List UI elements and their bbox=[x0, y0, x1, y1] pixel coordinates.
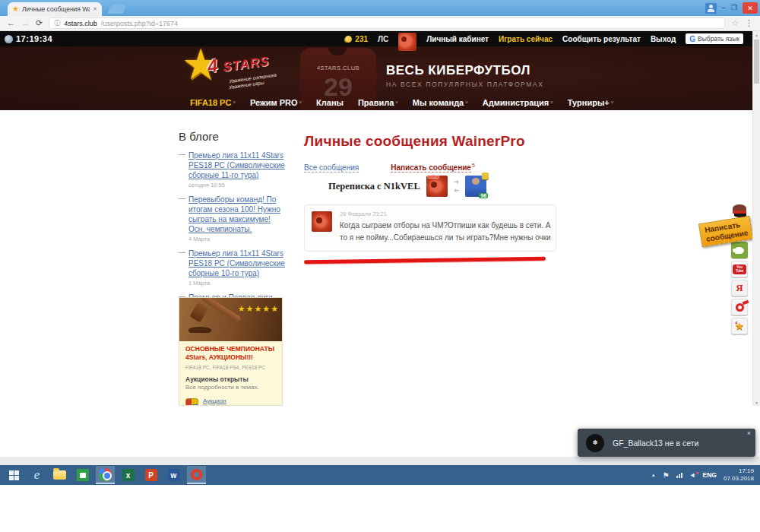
blog-post-link[interactable]: Премьер лига 11х11 4Stars PES18 PC (Симв… bbox=[188, 249, 287, 278]
blog-post-item: — Премьер лига 11х11 4Stars PES18 PC (Си… bbox=[179, 150, 287, 188]
browser-titlebar: ★ Личные сообщения Wa ✕ – ❐ ✕ bbox=[0, 0, 760, 16]
nav-item-klany[interactable]: Кланы bbox=[316, 98, 344, 107]
all-messages-link[interactable]: Все сообщения bbox=[304, 163, 359, 173]
unread-count-badge: 5 bbox=[472, 163, 475, 168]
taskbar-clock[interactable]: 17:19 07.03.2018 bbox=[724, 467, 754, 483]
store-icon[interactable] bbox=[73, 466, 92, 484]
ad-title-line1: ОСНОВНЫЕ ЧЕМПИОНАТЫ bbox=[185, 345, 276, 353]
url-path: /userposts.php?id=17674 bbox=[101, 20, 178, 27]
window-minimize-button[interactable]: – bbox=[722, 5, 726, 11]
powerpoint-icon[interactable]: P bbox=[141, 466, 160, 484]
logout-link[interactable]: Выход bbox=[651, 35, 676, 43]
write-message-link[interactable]: Написать сообщение bbox=[391, 163, 471, 173]
blog-title: В блоге bbox=[179, 130, 287, 143]
excel-icon[interactable]: x bbox=[119, 466, 138, 484]
offline-toast[interactable]: ✽ GF_Ballack13 не в сети × bbox=[578, 429, 755, 457]
bookmark-star-icon[interactable]: ☆ bbox=[731, 19, 739, 27]
arrow-left-icon: ➜ bbox=[454, 187, 460, 194]
site-logo[interactable]: ★ 4 STARS Уважение соперника Уважение иг… bbox=[185, 49, 306, 98]
scroll-up-icon[interactable]: ▲ bbox=[753, 31, 760, 37]
chevron-down-icon: ˅ bbox=[465, 100, 468, 105]
url-bar[interactable]: ⓘ 4stars.club /userposts.php?id=17674 bbox=[49, 17, 725, 29]
twitter-icon[interactable] bbox=[731, 242, 748, 258]
conversation-arrows: ➜ ➜ bbox=[454, 179, 460, 194]
player-head bbox=[328, 46, 347, 55]
arrow-right-icon: ➜ bbox=[454, 179, 460, 185]
yandex-icon[interactable]: Я bbox=[731, 280, 748, 296]
whistle-shape bbox=[736, 303, 744, 312]
back-icon[interactable]: ← bbox=[7, 19, 15, 27]
private-messages-link[interactable]: ЛС bbox=[378, 35, 388, 43]
message-author-avatar[interactable] bbox=[312, 211, 332, 232]
auction-link[interactable]: Аукцион bbox=[203, 397, 264, 406]
message-links-row: Все сообщения Написать сообщение5 bbox=[304, 160, 558, 173]
messages-main: Личные сообщения WainerPro Все сообщения… bbox=[304, 133, 558, 262]
auction-ad-block[interactable]: ★★★★★ ОСНОВНЫЕ ЧЕМПИОНАТЫ 4Stars, АУКЦИО… bbox=[179, 297, 283, 406]
internet-explorer-icon[interactable]: e bbox=[27, 466, 46, 484]
nav-item-turniry[interactable]: Турниры+˅ bbox=[568, 98, 613, 107]
toast-text: GF_Ballack13 не в сети bbox=[613, 439, 698, 448]
refresh-icon[interactable]: ⟳ bbox=[36, 19, 43, 27]
dash-icon: — bbox=[179, 195, 185, 202]
play-now-link[interactable]: Играть сейчас bbox=[499, 35, 553, 43]
ad-text: ОСНОВНЫЕ ЧЕМПИОНАТЫ 4Stars, АУКЦИОНЫ!!! … bbox=[179, 341, 282, 406]
scroll-down-icon[interactable]: ▼ bbox=[753, 399, 760, 405]
menu-dots-icon[interactable]: ⋮ bbox=[745, 19, 753, 27]
tab-favicon-star-icon: ★ bbox=[12, 5, 19, 13]
google-translate-button[interactable]: G Выбрать язык bbox=[686, 33, 743, 44]
speaker-muted-icon[interactable]: ◄× bbox=[689, 471, 696, 479]
page-scrollbar[interactable]: ▲ ▼ bbox=[752, 31, 760, 406]
headline-title: ВЕСЬ КИБЕРФУТБОЛ bbox=[386, 63, 544, 78]
chrome-profile-icon[interactable] bbox=[705, 3, 717, 14]
peer-avatar[interactable]: 96 bbox=[465, 176, 486, 197]
nav-item-administraciya[interactable]: Администрация˅ bbox=[483, 98, 553, 107]
tray-caret-icon[interactable]: ▲ bbox=[651, 473, 656, 477]
action-center-flag-icon[interactable]: ⚑ bbox=[663, 471, 670, 480]
nav-item-my-komanda[interactable]: Мы команда˅ bbox=[413, 98, 468, 107]
window-restore-button[interactable]: ❐ bbox=[731, 5, 737, 11]
nav-item-rezhim-pro[interactable]: Режим PRO˅ bbox=[250, 98, 302, 107]
my-avatar[interactable]: online bbox=[426, 176, 448, 197]
peer-avatar-head bbox=[472, 178, 480, 185]
ad-platforms: FIFA18 PC, FIFA18 PS4, PES18 PC bbox=[185, 365, 276, 370]
new-tab-button[interactable] bbox=[108, 5, 127, 14]
youtube-line2: Tube bbox=[736, 269, 743, 273]
gavel-base bbox=[188, 327, 211, 333]
file-explorer-icon[interactable] bbox=[50, 466, 69, 484]
fourstars-icon[interactable]: ★ 4 bbox=[731, 318, 748, 334]
dash-icon: — bbox=[179, 150, 185, 158]
language-indicator[interactable]: ENG bbox=[703, 471, 717, 479]
blog-post-link[interactable]: Премьер лига 11х11 4Stars PES18 PC (Симв… bbox=[188, 150, 287, 180]
start-button[interactable] bbox=[5, 466, 24, 484]
star-number: 4 bbox=[735, 321, 737, 325]
coins-count: 231 bbox=[355, 35, 368, 43]
url-host: 4stars.club bbox=[64, 20, 97, 27]
chrome-icon[interactable] bbox=[96, 466, 115, 484]
word-icon[interactable]: w bbox=[164, 466, 183, 484]
tab-close-icon[interactable]: ✕ bbox=[93, 6, 97, 12]
network-icon[interactable] bbox=[676, 473, 682, 478]
nav-item-pravila[interactable]: Правила˅ bbox=[358, 98, 398, 107]
windows-taskbar: e x P w ▲ ⚑ ◄× ENG 17:19 07.03.2018 bbox=[0, 465, 760, 485]
blog-post-link[interactable]: Перевыборы команд! По итогам сезона 100!… bbox=[188, 195, 287, 234]
browser-toolbar: ← → ⟳ ⓘ 4stars.club /userposts.php?id=17… bbox=[0, 16, 760, 31]
scrollbar-thumb[interactable] bbox=[754, 40, 759, 84]
red-marker-annotation bbox=[304, 257, 546, 264]
message-date: 28 Февраля 23:21 bbox=[340, 211, 546, 217]
opera-icon[interactable] bbox=[187, 466, 206, 484]
coins-icon bbox=[345, 36, 352, 43]
window-controls: – ❐ ✕ bbox=[705, 2, 758, 14]
cabinet-link[interactable]: Личный кабинет bbox=[426, 35, 489, 43]
report-result-link[interactable]: Сообщить результат bbox=[562, 35, 641, 43]
youtube-icon[interactable]: You Tube bbox=[731, 261, 748, 277]
window-close-button[interactable]: ✕ bbox=[743, 2, 758, 14]
toast-close-icon[interactable]: × bbox=[747, 429, 751, 437]
nav-item-fifa18pc[interactable]: FIFA18 PC˅ bbox=[190, 98, 236, 107]
whistle-icon[interactable] bbox=[731, 299, 748, 315]
ad-title-line2: 4Stars, АУКЦИОНЫ!!! bbox=[185, 353, 276, 362]
user-avatar[interactable] bbox=[398, 33, 416, 51]
message-card: 28 Февраля 23:21 Когда сыграем отборы на… bbox=[304, 204, 556, 252]
browser-tab[interactable]: ★ Личные сообщения Wa ✕ bbox=[8, 2, 102, 16]
page-info-icon[interactable]: ⓘ bbox=[54, 19, 60, 27]
forward-icon: → bbox=[21, 19, 30, 27]
